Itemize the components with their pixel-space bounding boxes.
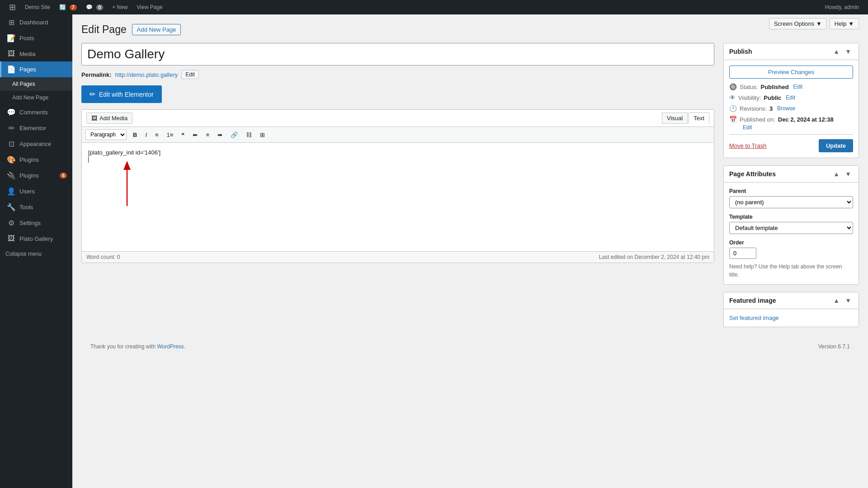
revisions-icon: 🕐 [729,105,737,112]
add-media-label: Add Media [99,115,127,122]
footer-thank-you: Thank you for creating with WordPress. [90,343,185,350]
visibility-icon: 👁 [729,94,736,101]
revisions-browse-link[interactable]: Browse [777,105,795,112]
format-table-button[interactable]: ⊞ [256,130,269,140]
sidebar-item-settings-label: Settings [19,220,41,226]
adminbar-new[interactable]: + New [108,0,132,14]
sidebar-item-elementor[interactable]: ✏ Elementor [0,120,72,136]
add-new-page-label: Add New Page [137,26,176,33]
sidebar-item-tools[interactable]: 🔧 Tools [0,199,72,215]
format-select[interactable]: Paragraph [85,129,127,140]
adminbar-view-page[interactable]: View Page [132,0,167,14]
post-title-input[interactable] [81,43,714,66]
format-link-button[interactable]: 🔗 [227,130,241,140]
wp-logo-icon: ⊞ [9,2,16,12]
dashboard-icon: ⊞ [7,18,16,27]
sidebar-item-templates[interactable]: ⊡ Appearance [0,136,72,152]
collapse-menu-button[interactable]: Collapse menu [0,246,72,262]
posts-icon: 📝 [7,34,16,42]
format-align-center-button[interactable]: ≡ [202,130,213,140]
sidebar-item-posts[interactable]: 📝 Posts [0,30,72,46]
format-bold-button[interactable]: B [129,130,141,140]
featured-image-toggle-up[interactable]: ▲ [831,296,841,305]
format-italic-button[interactable]: I [142,130,151,140]
sidebar-item-appearance[interactable]: 🎨 Plugins [0,152,72,168]
format-ordered-list-button[interactable]: 1≡ [163,130,177,140]
sidebar-item-add-new-page[interactable]: Add New Page [0,91,72,104]
word-count: Word count: 0 [86,254,120,260]
adminbar-updates[interactable]: 🔄 7 [55,0,81,14]
editor-toolbar-top: 🖼 Add Media Visual Text [82,110,714,127]
revisions-value: 3 [769,105,773,112]
sidebar-item-all-pages[interactable]: All Pages [0,77,72,91]
format-unordered-list-button[interactable]: ≡ [151,130,162,140]
add-media-button[interactable]: 🖼 Add Media [86,113,132,124]
tab-text[interactable]: Text [689,113,709,124]
sidebar-item-comments[interactable]: 💬 Comments [0,104,72,120]
publish-toggle-up[interactable]: ▲ [831,47,841,56]
format-unlink-button[interactable]: ⛓ [242,130,255,140]
sidebar-item-settings[interactable]: ⚙ Settings [0,215,72,231]
set-featured-image-link[interactable]: Set featured image [729,314,779,321]
publish-box: Publish ▲ ▼ Preview Changes 🔘 Status: [723,43,859,158]
svg-marker-1 [123,161,131,170]
featured-image-toggle-down[interactable]: ▼ [843,296,853,305]
help-button[interactable]: Help ▼ [830,18,859,29]
footer-wp-link[interactable]: WordPress [157,343,184,350]
status-value: Published [760,84,788,90]
sidebar-item-pages-label: Pages [19,66,36,73]
format-align-right-button[interactable]: ➡ [214,130,226,140]
format-blockquote-button[interactable]: ❝ [178,130,188,140]
elementor-btn-label: Edit with Elementor [99,91,154,98]
sidebar-item-posts-label: Posts [19,35,34,42]
publish-toggle-down[interactable]: ▼ [843,47,853,56]
tab-visual[interactable]: Visual [662,113,688,124]
editor-content-area[interactable]: [plato_gallery_init id='1406'] [82,143,714,251]
add-new-page-button[interactable]: Add New Page [132,24,181,35]
footer-version: Version 6.7.1 [818,343,850,350]
adminbar-site-name[interactable]: Demo Site [20,0,55,14]
page-header: Edit Page Add New Page [81,23,859,36]
sidebar-item-dashboard[interactable]: ⊞ Dashboard [0,14,72,30]
sidebar-item-pages[interactable]: 📄 Pages [0,61,72,77]
sidebar-item-tools-label: Tools [19,204,33,211]
publish-footer: Move to Trash Update [729,134,853,152]
adminbar-howdy[interactable]: Howdy, admin [821,0,863,14]
visibility-edit-link[interactable]: Edit [786,94,795,101]
page-attrs-toggle-down[interactable]: ▼ [843,169,853,178]
format-align-left-button[interactable]: ⬅ [189,130,201,140]
preview-changes-button[interactable]: Preview Changes [729,66,853,79]
sidebar-item-plugins[interactable]: 🔌 Plugins 6 [0,168,72,183]
adminbar-comments[interactable]: 💬 0 [81,0,108,14]
elementor-edit-button[interactable]: ✏ Edit with Elementor [81,85,162,103]
preview-changes-label: Preview Changes [768,69,814,75]
adminbar-wp-logo[interactable]: ⊞ [5,0,20,14]
parent-select[interactable]: (no parent) [729,196,853,208]
update-label: Update [826,142,846,149]
sidebar-item-plato-gallery-label: Plato Gallery [19,235,53,242]
status-row: 🔘 Status: Published Edit [729,83,853,90]
page-footer: Thank you for creating with WordPress. V… [81,334,859,354]
admin-bar: ⊞ Demo Site 🔄 7 💬 0 + New View Page Howd… [0,0,868,14]
page-attrs-toggle-up[interactable]: ▲ [831,169,841,178]
screen-options-label: Screen Options ▼ [774,20,822,27]
order-input[interactable] [729,248,756,259]
sidebar-item-plugins-label: Plugins [19,172,39,179]
permalink-url[interactable]: http://demo.plato.gallery [115,71,178,78]
sidebar-item-comments-label: Comments [19,109,48,116]
screen-options-button[interactable]: Screen Options ▼ [769,18,827,29]
adminbar-site-label: Demo Site [25,4,50,10]
template-select[interactable]: Default template [729,222,853,234]
plugins-icon: 🔌 [7,171,16,180]
permalink-edit-button[interactable]: Edit [181,70,199,79]
sidebar-item-users[interactable]: 👤 Users [0,183,72,199]
sidebar-item-media[interactable]: 🖼 Media [0,46,72,61]
editor-cursor [88,156,89,163]
plato-gallery-icon: 🖼 [7,235,16,243]
update-button[interactable]: Update [819,139,853,152]
published-on-edit-link[interactable]: Edit [743,124,752,131]
sidebar-item-plato-gallery[interactable]: 🖼 Plato Gallery [0,231,72,246]
move-to-trash-button[interactable]: Move to Trash [729,142,766,149]
page-attributes-content: Parent (no parent) Template Default temp… [724,183,859,284]
status-edit-link[interactable]: Edit [793,84,803,90]
